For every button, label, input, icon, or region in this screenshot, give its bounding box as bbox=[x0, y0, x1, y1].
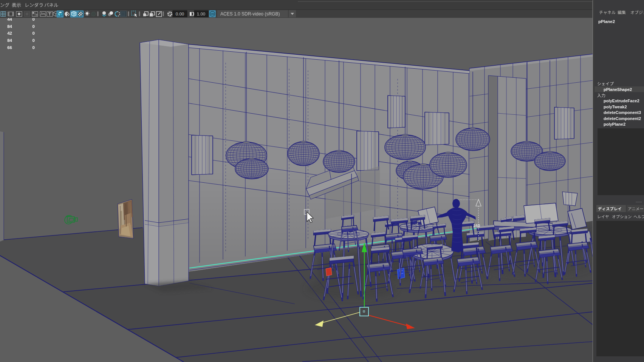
svg-text:0: 0 bbox=[33, 31, 35, 35]
svg-text:pPlane2: pPlane2 bbox=[598, 19, 615, 24]
svg-text:160: 160 bbox=[473, 223, 480, 228]
svg-text:84: 84 bbox=[7, 24, 12, 29]
svg-text:polyPlane2: polyPlane2 bbox=[604, 122, 625, 126]
svg-text:ACES 1.0 SDR-video (sRGB): ACES 1.0 SDR-video (sRGB) bbox=[220, 11, 280, 17]
svg-text:deleteComponent2: deleteComponent2 bbox=[604, 116, 641, 121]
svg-text:polyExtrudeFace2: polyExtrudeFace2 bbox=[604, 99, 639, 103]
svg-text:1.00: 1.00 bbox=[197, 12, 205, 16]
svg-text:0.00: 0.00 bbox=[176, 12, 184, 16]
svg-text:polyTweak2: polyTweak2 bbox=[604, 105, 627, 109]
svg-text:pPlaneShape2: pPlaneShape2 bbox=[604, 87, 632, 92]
svg-text:0: 0 bbox=[33, 45, 35, 50]
svg-text:0: 0 bbox=[33, 38, 35, 43]
svg-text:deleteComponent3: deleteComponent3 bbox=[604, 110, 641, 115]
svg-text:84: 84 bbox=[7, 38, 12, 43]
svg-text:66: 66 bbox=[7, 45, 12, 50]
svg-text:......: ...... bbox=[636, 199, 642, 203]
svg-text:0: 0 bbox=[33, 24, 35, 29]
svg-text:42: 42 bbox=[7, 31, 12, 35]
svg-text:ON: ON bbox=[211, 13, 214, 15]
